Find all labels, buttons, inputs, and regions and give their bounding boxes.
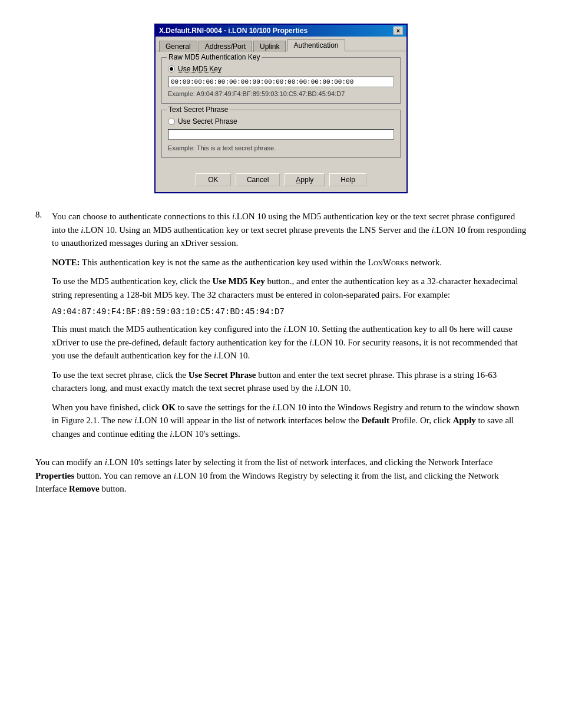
tab-general[interactable]: General <box>159 41 197 52</box>
tab-uplink[interactable]: Uplink <box>253 41 286 52</box>
md5-example-text: Example: A9:04:87:49:F4:BF:89:59:03:10:C… <box>168 90 394 97</box>
raw-md5-group: Raw MD5 Authentication Key Use MD5 Key E… <box>161 57 401 104</box>
extra-para-1: You can modify an i.LON 10's settings la… <box>35 456 527 496</box>
dialog-title: X.Default.RNI-0004 - i.LON 10/100 Proper… <box>159 27 308 35</box>
dialog-tabs: General Address/Port Uplink Authenticati… <box>156 37 406 51</box>
para-1: You can choose to authenticate connectio… <box>52 210 527 250</box>
dialog-buttons: OK Cancel Apply Help <box>156 170 406 192</box>
item-body: You can choose to authenticate connectio… <box>52 210 527 446</box>
item-number: 8. <box>35 210 52 446</box>
help-button[interactable]: Help <box>329 173 366 186</box>
numbered-item-8: 8. You can choose to authenticate connec… <box>35 210 527 446</box>
use-md5-key-label: Use MD5 Key <box>178 65 222 73</box>
tab-address-port[interactable]: Address/Port <box>199 41 252 52</box>
para-finished: When you have finished, click OK to save… <box>52 401 527 441</box>
use-secret-phrase-radio[interactable] <box>168 118 175 125</box>
example-hash: A9:04:87:49:F4:BF:89:59:03:10:C5:47:BD:4… <box>52 307 527 317</box>
cancel-button[interactable]: Cancel <box>236 173 280 186</box>
md5-key-input[interactable] <box>168 77 394 87</box>
use-secret-phrase-label: Use Secret Phrase <box>178 117 237 126</box>
use-md5-key-radio[interactable] <box>168 65 175 73</box>
secret-phrase-example: Example: This is a text secret phrase. <box>168 144 394 151</box>
dialog-container: X.Default.RNI-0004 - i.LON 10/100 Proper… <box>35 24 527 193</box>
use-secret-phrase-row[interactable]: Use Secret Phrase <box>168 117 394 126</box>
dialog-titlebar: X.Default.RNI-0004 - i.LON 10/100 Proper… <box>156 25 406 37</box>
main-content: 8. You can choose to authenticate connec… <box>35 210 527 496</box>
dialog-window: X.Default.RNI-0004 - i.LON 10/100 Proper… <box>154 24 408 193</box>
para-md5-instructions: To use the MD5 authentication key, click… <box>52 275 527 301</box>
secret-phrase-input[interactable] <box>168 129 394 140</box>
ok-button[interactable]: OK <box>196 173 231 186</box>
extra-paragraphs: You can modify an i.LON 10's settings la… <box>35 456 527 496</box>
text-secret-group-title: Text Secret Phrase <box>167 106 230 114</box>
close-button[interactable]: × <box>394 27 403 35</box>
text-secret-group: Text Secret Phrase Use Secret Phrase Exa… <box>161 110 401 158</box>
raw-md5-group-title: Raw MD5 Authentication Key <box>167 53 262 61</box>
tab-authentication[interactable]: Authentication <box>287 39 345 51</box>
apply-button[interactable]: Apply <box>285 173 325 186</box>
para-md5-match: This must match the MD5 authentication k… <box>52 322 527 363</box>
para-note: NOTE: This authentication key is not the… <box>52 256 527 269</box>
use-md5-key-row[interactable]: Use MD5 Key <box>168 65 394 73</box>
para-secret-phrase: To use the text secret phrase, click the… <box>52 368 527 395</box>
dialog-body: Raw MD5 Authentication Key Use MD5 Key E… <box>156 51 406 170</box>
